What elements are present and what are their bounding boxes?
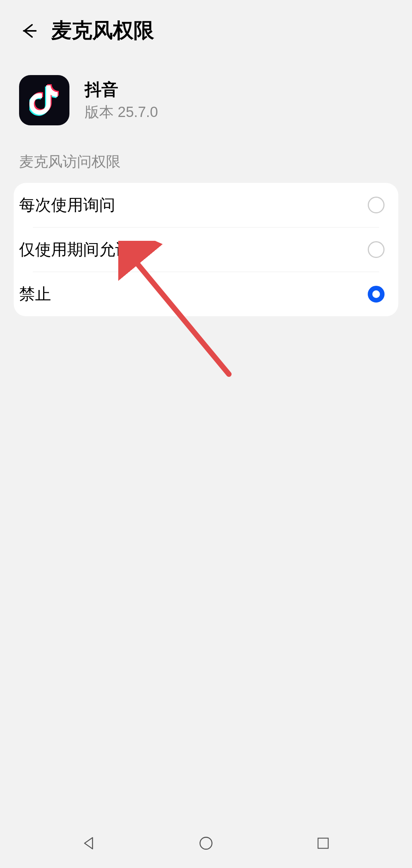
radio-unchecked-icon: [368, 241, 385, 258]
app-name: 抖音: [85, 78, 158, 101]
app-version: 版本 25.7.0: [85, 102, 158, 122]
section-label: 麦克风访问权限: [0, 144, 412, 183]
nav-home-button[interactable]: [197, 834, 215, 852]
option-ask-every-time[interactable]: 每次使用询问: [14, 183, 398, 227]
option-label: 仅使用期间允许: [19, 239, 131, 260]
nav-bar: [0, 818, 412, 868]
app-info-section: 抖音 版本 25.7.0: [0, 60, 412, 144]
nav-back-button[interactable]: [80, 834, 98, 852]
svg-point-2: [200, 837, 212, 849]
option-allow-while-using[interactable]: 仅使用期间允许: [14, 227, 398, 272]
page-title: 麦克风权限: [51, 17, 154, 45]
permission-options-card: 每次使用询问 仅使用期间允许 禁止: [14, 183, 398, 316]
radio-checked-icon: [368, 286, 385, 303]
douyin-app-icon: [19, 75, 69, 125]
back-icon[interactable]: [19, 22, 37, 40]
option-label: 每次使用询问: [19, 194, 115, 216]
option-label: 禁止: [19, 283, 51, 305]
option-deny[interactable]: 禁止: [14, 272, 398, 316]
nav-recent-button[interactable]: [314, 834, 332, 852]
radio-unchecked-icon: [368, 197, 385, 213]
svg-rect-3: [318, 838, 328, 849]
